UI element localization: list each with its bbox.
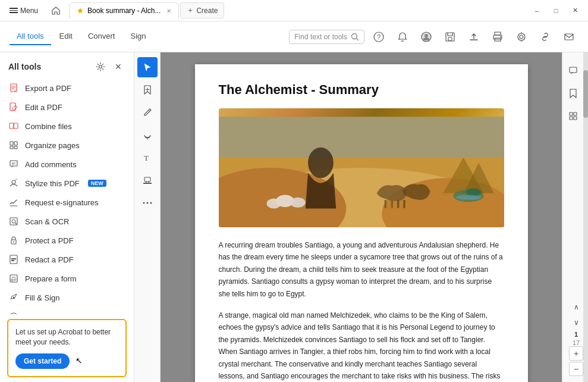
tab-convert[interactable]: Convert xyxy=(81,28,122,45)
home-button[interactable] xyxy=(48,2,64,19)
sidebar-item-redact-pdf-label: Redact a PDF xyxy=(25,255,74,264)
svg-rect-24 xyxy=(10,146,13,149)
svg-line-1 xyxy=(357,38,359,40)
zoom-out-button[interactable]: − xyxy=(569,362,583,376)
sidebar-item-add-comments[interactable]: Add comments xyxy=(0,155,134,174)
sidebar-item-export-pdf[interactable]: Export a PDF xyxy=(0,79,134,98)
tab-edit[interactable]: Edit xyxy=(52,28,80,45)
svg-rect-75 xyxy=(574,117,577,120)
scrollbar-thumb[interactable] xyxy=(583,70,588,118)
stylize-pdf-icon xyxy=(8,178,19,189)
protect-pdf-icon xyxy=(8,235,19,246)
svg-rect-21 xyxy=(14,123,18,129)
sidebar-close-button[interactable]: ✕ xyxy=(111,60,125,74)
search-box[interactable]: Find text or tools xyxy=(289,30,364,44)
select-tool-button[interactable] xyxy=(137,57,158,77)
svg-point-41 xyxy=(13,297,14,298)
more-tools-button[interactable] xyxy=(137,193,158,213)
search-icon xyxy=(351,33,359,41)
tab-close-icon[interactable]: ✕ xyxy=(166,8,171,14)
stamp-tool-button[interactable] xyxy=(137,170,158,190)
titlebar-right: – □ ✕ xyxy=(529,2,583,19)
tab-all-tools[interactable]: All tools xyxy=(10,28,51,45)
svg-rect-73 xyxy=(574,112,577,115)
sidebar-item-organize-pages[interactable]: Organize pages xyxy=(0,136,134,155)
sidebar-item-fill-sign[interactable]: Fill & Sign xyxy=(0,288,134,307)
bookmarks-panel-button[interactable] xyxy=(563,83,583,104)
zoom-in-button[interactable]: + xyxy=(569,346,583,361)
svg-rect-48 xyxy=(144,177,150,181)
svg-line-30 xyxy=(15,223,17,225)
text-tool-button[interactable]: T xyxy=(137,148,158,168)
cursor-icon: ↖ xyxy=(76,356,83,365)
sidebar-item-stylize-pdf[interactable]: Stylize this PDF NEW xyxy=(0,174,134,193)
grid-panel-button[interactable] xyxy=(563,106,583,126)
print-button[interactable] xyxy=(488,27,507,46)
tab-edit-label: Edit xyxy=(59,32,73,40)
help-button[interactable]: ? xyxy=(369,27,388,46)
link-button[interactable] xyxy=(536,27,555,46)
svg-text:T: T xyxy=(144,154,149,162)
svg-point-50 xyxy=(143,202,144,204)
sidebar-header: All tools ✕ xyxy=(0,52,134,79)
sidebar-item-protect-pdf[interactable]: Protect a PDF xyxy=(0,231,134,250)
prev-page-icon: ∧ xyxy=(574,303,579,311)
sidebar-item-prepare-form[interactable]: Prepare a form xyxy=(0,269,134,288)
tab-sign[interactable]: Sign xyxy=(123,28,153,45)
export-pdf-icon xyxy=(8,83,19,93)
redact-pdf-icon xyxy=(8,254,19,265)
sidebar-item-request-esignatures[interactable]: Request e-signatures xyxy=(0,193,134,212)
sidebar-item-view-more[interactable]: View more xyxy=(0,307,134,314)
sidebar-item-combine-files-label: Combine files xyxy=(25,122,72,131)
svg-point-13 xyxy=(520,35,523,39)
promo-text: Let us set up Acrobat to better meet you… xyxy=(15,327,118,347)
svg-point-51 xyxy=(146,202,148,204)
lasso-icon xyxy=(143,130,152,140)
sidebar-item-scan-ocr[interactable]: Scan & OCR xyxy=(0,212,134,231)
svg-text:?: ? xyxy=(377,33,381,40)
print-icon xyxy=(492,32,503,42)
lasso-tool-button[interactable] xyxy=(137,125,158,145)
save-button[interactable] xyxy=(441,27,460,46)
enhance-button[interactable] xyxy=(512,27,531,46)
svg-point-17 xyxy=(99,65,102,68)
pdf-area[interactable]: The Alchemist - Summary xyxy=(161,52,562,382)
new-tab-button[interactable]: ＋ Create xyxy=(180,2,224,18)
sidebar-settings-button[interactable] xyxy=(93,60,108,74)
close-button[interactable]: ✕ xyxy=(567,2,583,19)
account-icon xyxy=(421,32,432,42)
svg-rect-23 xyxy=(14,142,17,145)
menu-button[interactable]: Menu xyxy=(5,4,43,17)
scrollbar-track[interactable] xyxy=(583,52,588,382)
get-started-button[interactable]: Get started xyxy=(15,353,70,369)
upload-button[interactable] xyxy=(464,27,483,46)
bookmarks-icon xyxy=(569,89,577,98)
account-button[interactable] xyxy=(417,27,436,46)
minimize-button[interactable]: – xyxy=(529,2,545,19)
sidebar-item-export-pdf-label: Export a PDF xyxy=(25,84,71,93)
maximize-button[interactable]: □ xyxy=(548,2,564,19)
pdf-illustration xyxy=(219,108,504,227)
edit-pdf-icon xyxy=(8,102,19,112)
svg-rect-57 xyxy=(219,117,504,158)
svg-rect-65 xyxy=(397,200,399,208)
sidebar-item-redact-pdf[interactable]: Redact a PDF xyxy=(0,250,134,269)
grid-icon xyxy=(568,111,578,121)
prev-page-button[interactable]: ∧ xyxy=(569,300,583,314)
sidebar-item-edit-pdf[interactable]: Edit a PDF xyxy=(0,98,134,117)
notification-button[interactable] xyxy=(393,27,412,46)
sidebar-item-protect-pdf-label: Protect a PDF xyxy=(25,236,74,245)
comment-icon xyxy=(568,66,578,76)
svg-point-62 xyxy=(308,148,334,178)
pdf-paragraph-1: A recurring dream troubles Santiago, a y… xyxy=(219,239,504,300)
svg-point-12 xyxy=(518,33,525,40)
sidebar-item-combine-files[interactable]: Combine files xyxy=(0,117,134,136)
next-page-button[interactable]: ∨ xyxy=(569,315,583,330)
pen-tool-button[interactable] xyxy=(137,102,158,123)
active-tab[interactable]: Book summary - Alch... ✕ xyxy=(69,2,179,19)
svg-rect-38 xyxy=(11,279,13,281)
email-button[interactable] xyxy=(559,27,578,46)
bookmark-tool-button[interactable] xyxy=(137,80,158,100)
comment-panel-button[interactable] xyxy=(563,61,583,81)
svg-point-27 xyxy=(12,180,15,184)
